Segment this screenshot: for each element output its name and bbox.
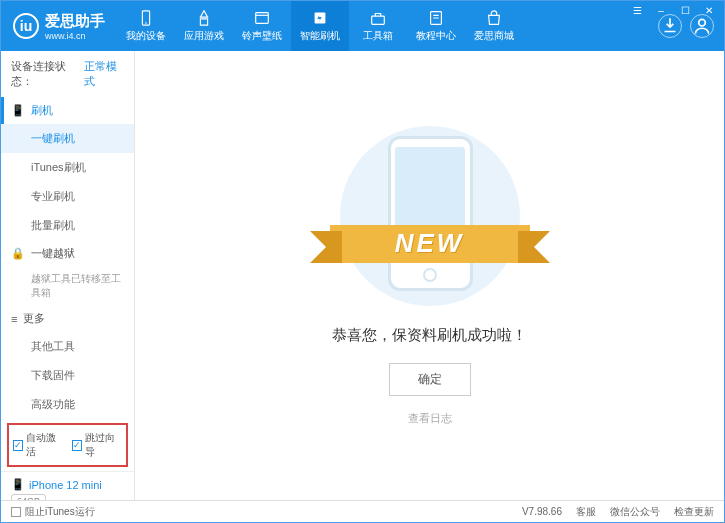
nav-label: 教程中心 xyxy=(416,29,456,43)
nav-phone[interactable]: 我的设备 xyxy=(117,1,175,51)
success-message: 恭喜您，保资料刷机成功啦！ xyxy=(332,326,527,345)
shop-icon xyxy=(485,9,503,27)
nav-label: 爱思商城 xyxy=(474,29,514,43)
svg-point-1 xyxy=(145,22,146,23)
footer-support[interactable]: 客服 xyxy=(576,505,596,519)
maximize-button[interactable]: ☐ xyxy=(676,3,694,17)
version: V7.98.66 xyxy=(522,506,562,517)
sidebar-item[interactable]: 其他工具 xyxy=(1,332,134,361)
nav-book[interactable]: 教程中心 xyxy=(407,1,465,51)
minimize-button[interactable]: – xyxy=(652,3,670,17)
checkbox-跳过向导[interactable]: ✓跳过向导 xyxy=(72,431,123,459)
device-name: 📱 iPhone 12 mini xyxy=(11,478,124,491)
ribbon-text: NEW xyxy=(395,228,465,259)
nav-label: 铃声壁纸 xyxy=(242,29,282,43)
sidebar: 设备连接状态： 正常模式 📱刷机一键刷机iTunes刷机专业刷机批量刷机🔒一键越… xyxy=(1,51,135,500)
app-name: 爱思助手 xyxy=(45,12,105,31)
sidebar-item[interactable]: 一键刷机 xyxy=(1,124,134,153)
sidebar-item[interactable]: 高级功能 xyxy=(1,390,134,419)
footer: 阻止iTunes运行 V7.98.66 客服 微信公众号 检查更新 xyxy=(1,500,724,522)
app-url: www.i4.cn xyxy=(45,31,105,41)
lock-icon: 🔒 xyxy=(11,247,25,260)
menu-button[interactable]: ☰ xyxy=(628,3,646,17)
apps-icon xyxy=(195,9,213,27)
sidebar-note: 越狱工具已转移至工具箱 xyxy=(1,267,134,305)
media-icon xyxy=(253,9,271,27)
logo-icon: iu xyxy=(13,13,39,39)
conn-label: 设备连接状态： xyxy=(11,59,80,89)
connection-status: 设备连接状态： 正常模式 xyxy=(1,51,134,97)
sidebar-item[interactable]: 下载固件 xyxy=(1,361,134,390)
download-icon[interactable] xyxy=(658,14,682,38)
nav-label: 工具箱 xyxy=(363,29,393,43)
nav-apps[interactable]: 应用游戏 xyxy=(175,1,233,51)
nav-media[interactable]: 铃声壁纸 xyxy=(233,1,291,51)
check-icon: ✓ xyxy=(72,440,82,451)
sidebar-item[interactable]: iTunes刷机 xyxy=(1,153,134,182)
block-itunes-label: 阻止iTunes运行 xyxy=(25,505,95,519)
view-log-link[interactable]: 查看日志 xyxy=(408,411,452,426)
logo: iu 爱思助手 www.i4.cn xyxy=(1,12,117,41)
nav-shop[interactable]: 爱思商城 xyxy=(465,1,523,51)
user-icon[interactable] xyxy=(690,14,714,38)
sidebar-item[interactable]: 批量刷机 xyxy=(1,211,134,240)
sidebar-section-一键越狱[interactable]: 🔒一键越狱 xyxy=(1,240,134,267)
svg-point-6 xyxy=(699,19,706,26)
nav: 我的设备应用游戏铃声壁纸智能刷机工具箱教程中心爱思商城 xyxy=(117,1,658,51)
device-capacity: 64GB xyxy=(11,494,46,500)
footer-update[interactable]: 检查更新 xyxy=(674,505,714,519)
nav-flash[interactable]: 智能刷机 xyxy=(291,1,349,51)
more-icon: ≡ xyxy=(11,313,17,325)
sidebar-section-更多[interactable]: ≡更多 xyxy=(1,305,134,332)
phone-icon: 📱 xyxy=(11,478,25,491)
toolbox-icon xyxy=(369,9,387,27)
nav-label: 我的设备 xyxy=(126,29,166,43)
phone-icon: 📱 xyxy=(11,104,25,117)
nav-toolbox[interactable]: 工具箱 xyxy=(349,1,407,51)
checkbox-自动激活[interactable]: ✓自动激活 xyxy=(13,431,64,459)
book-icon xyxy=(427,9,445,27)
nav-label: 智能刷机 xyxy=(300,29,340,43)
device-info[interactable]: 📱 iPhone 12 mini 64GB Down-12mini-13,1 xyxy=(1,471,134,500)
sidebar-item[interactable]: 专业刷机 xyxy=(1,182,134,211)
check-icon: ✓ xyxy=(13,440,23,451)
close-button[interactable]: ✕ xyxy=(700,3,718,17)
footer-wechat[interactable]: 微信公众号 xyxy=(610,505,660,519)
main-content: NEW 恭喜您，保资料刷机成功啦！ 确定 查看日志 xyxy=(135,51,724,500)
conn-mode: 正常模式 xyxy=(84,59,124,89)
nav-label: 应用游戏 xyxy=(184,29,224,43)
phone-icon xyxy=(137,9,155,27)
svg-rect-4 xyxy=(372,16,385,24)
svg-rect-2 xyxy=(256,13,269,24)
options-highlight: ✓自动激活✓跳过向导 xyxy=(7,423,128,467)
success-illustration: NEW xyxy=(320,126,540,306)
sidebar-section-刷机[interactable]: 📱刷机 xyxy=(1,97,134,124)
ok-button[interactable]: 确定 xyxy=(389,363,471,396)
header: iu 爱思助手 www.i4.cn 我的设备应用游戏铃声壁纸智能刷机工具箱教程中… xyxy=(1,1,724,51)
block-itunes-checkbox[interactable] xyxy=(11,507,21,517)
flash-icon xyxy=(311,9,329,27)
